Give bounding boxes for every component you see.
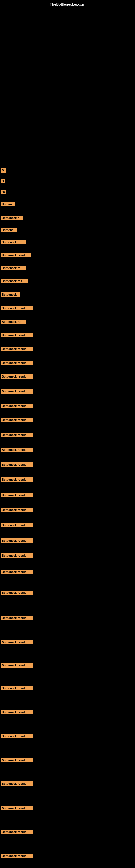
label-9: Bottleneck ra	[1, 266, 26, 270]
label-22: Bottleneck result	[1, 447, 33, 452]
label-1: B4	[1, 168, 6, 173]
label-6: Bottlene	[1, 228, 17, 232]
label-20: Bottleneck result	[1, 418, 33, 422]
label-4: Bottlen	[1, 202, 15, 207]
label-41: Bottleneck result	[1, 830, 33, 834]
label-16: Bottleneck result	[1, 361, 33, 365]
label-7: Bottleneck re	[1, 240, 26, 244]
label-5: Bottleneck r	[1, 216, 24, 220]
label-33: Bottleneck result	[1, 640, 33, 645]
label-37: Bottleneck result	[1, 734, 33, 738]
label-21: Bottleneck result	[1, 433, 33, 437]
label-19: Bottleneck result	[1, 404, 33, 408]
label-10: Bottleneck res	[1, 279, 28, 283]
label-39: Bottleneck result	[1, 781, 33, 786]
label-31: Bottleneck result	[1, 590, 33, 595]
label-14: Bottleneck result	[1, 333, 33, 337]
label-34: Bottleneck result	[1, 663, 33, 668]
label-24: Bottleneck result	[1, 477, 33, 482]
label-35: Bottleneck result	[1, 686, 33, 690]
label-27: Bottleneck result	[1, 523, 33, 527]
label-25: Bottleneck result	[1, 493, 33, 497]
label-28: Bottleneck result	[1, 538, 33, 543]
label-13: Bottleneck re	[1, 319, 26, 324]
label-18: Bottleneck result	[1, 389, 33, 394]
label-26: Bottleneck result	[1, 508, 33, 512]
label-32: Bottleneck result	[1, 616, 33, 620]
label-30: Bottleneck result	[1, 569, 33, 574]
label-11: Bottleneck	[1, 292, 20, 297]
label-15: Bottleneck result	[1, 347, 33, 351]
label-36: Bottleneck result	[1, 710, 33, 714]
label-2: B	[1, 179, 5, 183]
text-cursor	[1, 155, 1, 163]
label-29: Bottleneck result	[1, 553, 33, 558]
label-42: Bottleneck result	[1, 854, 33, 858]
site-title: TheBottlenecker.com	[50, 2, 85, 6]
label-8: Bottleneck resul	[1, 253, 31, 257]
label-17: Bottleneck result	[1, 374, 33, 379]
label-38: Bottleneck result	[1, 758, 33, 763]
label-3: B4	[1, 190, 6, 194]
label-23: Bottleneck result	[1, 463, 33, 467]
label-40: Bottleneck result	[1, 806, 33, 810]
label-12: Bottleneck result	[1, 306, 33, 310]
